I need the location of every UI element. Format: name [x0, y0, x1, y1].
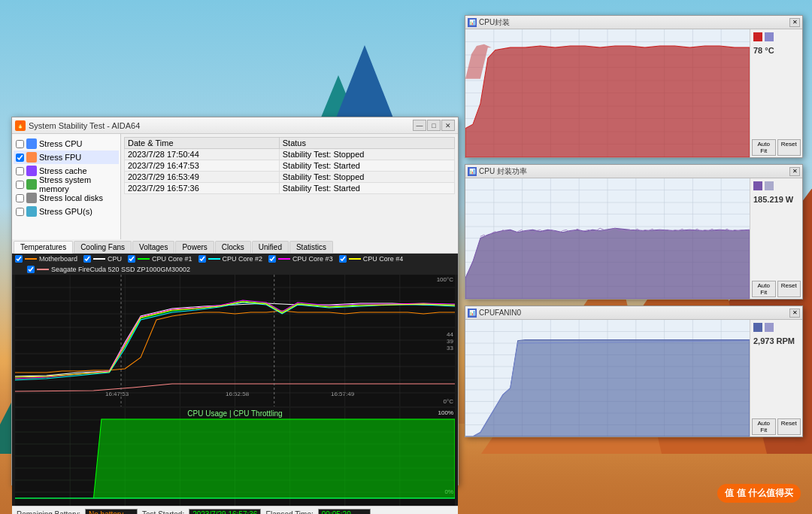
cpu-power-color-indicators: [753, 181, 799, 190]
legend-row-2: Seagate FireCuda 520 SSD ZP1000GM30002: [12, 264, 458, 275]
cpu-fan-close[interactable]: ✕: [789, 309, 800, 318]
legend-core3[interactable]: CPU Core #3: [268, 255, 333, 263]
cpu-fan-reset[interactable]: Reset: [777, 418, 801, 435]
legend-core1-check[interactable]: [128, 255, 135, 263]
log-area: Date & Time Status 2023/7/28 17:50:44 St…: [121, 134, 458, 239]
legend-core4[interactable]: CPU Core #4: [339, 255, 404, 263]
legend-cpu-label: CPU: [108, 255, 122, 263]
legend-core1[interactable]: CPU Core #1: [128, 255, 192, 263]
legend-ssd[interactable]: Seagate FireCuda 520 SSD ZP1000GM30002: [27, 266, 190, 273]
cpu-temp-window: 📊 CPU封装 ✕ 100 0: [465, 15, 803, 158]
tab-temperatures[interactable]: Temperatures: [14, 241, 73, 254]
cpu-temp-title: CPU封装: [479, 17, 789, 28]
cpu-temp-btn-row: Auto Fit Reset: [752, 139, 801, 156]
cpu-power-reset[interactable]: Reset: [777, 281, 801, 297]
legend-ssd-check[interactable]: [27, 266, 35, 273]
stress-gpu-checkbox[interactable]: [16, 208, 24, 216]
stress-disks-label: Stress local disks: [39, 193, 103, 202]
svg-marker-53: [465, 46, 750, 157]
log-row-4: 2023/7/29 16:57:36 Stability Test: Start…: [125, 183, 455, 194]
cpu-temp-autofit[interactable]: Auto Fit: [752, 139, 776, 156]
log-datetime-1: 2023/7/28 17:50:44: [125, 149, 280, 160]
cpu-temp-titlebar[interactable]: 📊 CPU封装 ✕: [465, 16, 802, 29]
stress-cache-checkbox[interactable]: [16, 167, 24, 175]
sidebar: Stress CPU Stress FPU Stress cache Stres…: [12, 134, 121, 239]
close-button[interactable]: ✕: [441, 120, 455, 131]
legend-core4-check[interactable]: [339, 255, 347, 263]
cpu-fan-window: 📊 CPUFANIN0 ✕ 3500: [465, 306, 803, 437]
stress-gpu-label: Stress GPU(s): [39, 207, 92, 216]
stress-memory-checkbox[interactable]: [16, 181, 24, 189]
cpu-fan-btn-row: Auto Fit Reset: [752, 418, 801, 435]
legend-motherboard-check[interactable]: [15, 255, 23, 263]
temp-chart-svg: [15, 275, 455, 406]
cpu-power-color-box2: [765, 181, 774, 190]
svg-marker-74: [465, 228, 750, 299]
cpu-fan-chart: 3500: [465, 320, 750, 436]
sidebar-item-memory[interactable]: Stress system memory: [14, 178, 119, 191]
legend-motherboard[interactable]: Motherboard: [15, 255, 77, 263]
cpu-temp-spacer: [752, 56, 801, 138]
cpu-fan-content: 3500: [465, 320, 802, 436]
log-table: Date & Time Status 2023/7/28 17:50:44 St…: [124, 137, 455, 194]
cpu-fan-color-indicators: [753, 323, 799, 332]
cache-icon: [26, 166, 37, 176]
stress-fpu-checkbox[interactable]: [16, 154, 24, 162]
log-status-1: Stability Test: Stopped: [279, 149, 454, 160]
tab-clocks[interactable]: Clocks: [215, 241, 251, 253]
main-win-controls[interactable]: — □ ✕: [413, 120, 455, 131]
legend-core3-label: CPU Core #3: [292, 255, 333, 263]
legend-core2-check[interactable]: [198, 255, 206, 263]
stress-cpu-checkbox[interactable]: [16, 140, 24, 148]
cpu-power-close[interactable]: ✕: [789, 167, 800, 176]
tab-unified[interactable]: Unified: [252, 241, 289, 253]
cpu-power-titlebar[interactable]: 📊 CPU 封装功率 ✕: [465, 165, 802, 178]
legend-core2-label: CPU Core #2: [223, 255, 263, 263]
maximize-button[interactable]: □: [427, 120, 441, 131]
legend-cpu-check[interactable]: [83, 255, 91, 263]
legend-row-1: Motherboard CPU CPU Core #1 CPU Core #2: [12, 254, 458, 264]
cpu-fan-autofit[interactable]: Auto Fit: [752, 418, 776, 435]
sidebar-item-gpu[interactable]: Stress GPU(s): [14, 205, 119, 218]
minimize-button[interactable]: —: [413, 120, 426, 131]
watermark-icon: 值: [725, 488, 734, 498]
cpu-temp-sidebar: 78 °C Auto Fit Reset: [750, 29, 802, 157]
log-header-status: Status: [279, 138, 454, 149]
legend-core4-color: [349, 258, 361, 260]
test-started-label: Test Started:: [142, 510, 184, 514]
battery-label: Remaining Battery:: [17, 510, 80, 514]
tab-cooling-fans[interactable]: Cooling Fans: [74, 241, 132, 253]
legend-cpu-color: [93, 258, 105, 260]
sidebar-item-fpu[interactable]: Stress FPU: [14, 151, 119, 164]
cpu-temp-chart: 100 0: [465, 29, 750, 157]
cpu-temp-color-box: [753, 32, 762, 41]
legend-motherboard-label: Motherboard: [39, 255, 77, 263]
gpu-icon: [26, 206, 37, 217]
cpu-temp-icon: 📊: [468, 18, 477, 27]
cpu-fan-sidebar: 2,973 RPM Auto Fit Reset: [750, 320, 802, 436]
legend-core1-label: CPU Core #1: [152, 255, 192, 263]
tab-powers[interactable]: Powers: [175, 241, 214, 253]
main-window: 🔥 System Stability Test - AIDA64 — □ ✕ S…: [11, 117, 459, 485]
main-titlebar[interactable]: 🔥 System Stability Test - AIDA64 — □ ✕: [12, 117, 458, 134]
cpu-power-autofit[interactable]: Auto Fit: [752, 281, 776, 297]
cpu-power-btn-row: Auto Fit Reset: [752, 281, 801, 297]
legend-cpu[interactable]: CPU: [83, 255, 122, 263]
cpu-fan-titlebar[interactable]: 📊 CPUFANIN0 ✕: [465, 306, 802, 320]
main-title-text: System Stability Test - AIDA64: [29, 121, 413, 130]
legend-core3-check[interactable]: [268, 255, 276, 263]
svg-marker-32: [15, 419, 455, 498]
sidebar-item-cpu[interactable]: Stress CPU: [14, 137, 119, 151]
tab-statistics[interactable]: Statistics: [289, 241, 333, 253]
log-datetime-4: 2023/7/29 16:57:36: [125, 183, 280, 194]
legend-core2[interactable]: CPU Core #2: [198, 255, 263, 263]
cpu-temp-close[interactable]: ✕: [789, 18, 800, 27]
stress-memory-label: Stress system memory: [39, 175, 117, 193]
watermark: 值 值 什么值得买: [717, 484, 801, 503]
stress-disks-checkbox[interactable]: [16, 194, 24, 202]
legend-motherboard-color: [25, 258, 37, 260]
cpu-temp-reset[interactable]: Reset: [777, 139, 801, 156]
tab-voltages[interactable]: Voltages: [132, 241, 174, 253]
legend-core4-label: CPU Core #4: [363, 255, 404, 263]
cpu-usage-chart: CPU Usage | CPU Throttling 100% 0% 100% …: [15, 408, 455, 506]
